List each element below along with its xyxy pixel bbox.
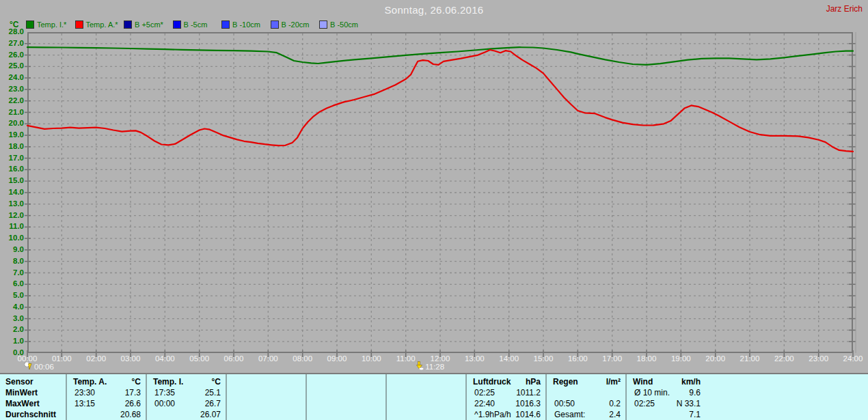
stats-cell-time: 02:25	[634, 398, 655, 409]
x-tick-label: 21:00	[734, 354, 765, 363]
stats-header-unit: km/h	[681, 376, 701, 387]
y-tick-label: 27.0	[0, 39, 24, 47]
legend-item-label: Temp. I.*	[37, 20, 66, 29]
x-tick-label: 05:00	[184, 354, 215, 363]
stats-column-header: Temp. A.°C	[67, 376, 146, 387]
stats-cell-value: 0.2	[609, 398, 621, 409]
legend-item-b-10cm[interactable]: B -10cm	[221, 20, 271, 29]
legend-item-temp-i[interactable]: Temp. I.*	[26, 20, 75, 29]
y-tick-label: 10.0	[0, 234, 24, 242]
stats-column-empty-2	[306, 374, 385, 420]
x-tick-label: 19:00	[665, 354, 696, 363]
y-tick-label: 12.0	[0, 211, 24, 219]
stats-column-header: Temp. I.°C	[147, 376, 226, 387]
stats-cell: 22:401016.3	[467, 398, 545, 409]
x-tick-label: 06:00	[218, 354, 249, 363]
y-tick-label: 25.0	[0, 61, 24, 70]
stats-cell: 20.68	[67, 409, 146, 420]
weather-app-window: Sonntag, 26.06.2016 Jarz Erich °C Temp. …	[0, 0, 868, 420]
legend-color-swatch-icon	[221, 20, 230, 29]
stats-header-name: Wind	[633, 376, 653, 387]
stats-cell	[227, 398, 306, 409]
legend-color-swatch-icon	[26, 20, 34, 29]
legend-item-label: B -5cm	[184, 20, 208, 29]
legend-item-b-5cm[interactable]: B +5cm*	[124, 20, 173, 29]
y-tick-label: 14.0	[0, 188, 24, 196]
stats-cell-value: 26.6	[125, 398, 141, 409]
stats-cell-value: 17.3	[125, 387, 141, 398]
stats-cell-value: 26.07	[200, 409, 221, 420]
time-marker: 11:28	[415, 361, 444, 372]
stats-column-empty-1	[226, 374, 306, 420]
legend-item-b-5cm[interactable]: B -5cm	[173, 20, 222, 29]
chart-plot-area[interactable]	[27, 32, 853, 353]
stats-cell-value: 9.6	[689, 387, 701, 398]
x-tick-label: 10:00	[355, 354, 387, 363]
stats-cell: Ø 10 min.9.6	[627, 387, 705, 398]
x-tick-label: 02:00	[81, 354, 112, 363]
stats-cell: 02:251011.2	[467, 387, 545, 398]
y-tick-label: 20.0	[0, 119, 24, 127]
x-tick-label: 18:00	[631, 354, 662, 363]
stats-cell: 00:500.2	[547, 398, 625, 409]
stats-cell-value: 1014.6	[515, 409, 541, 420]
stats-cell: 02:25N 33.1	[627, 398, 705, 409]
stats-cell-value: 7.1	[689, 409, 701, 420]
stats-cell-value: 1011.2	[516, 387, 541, 398]
legend-item-label: B -50cm	[330, 20, 358, 29]
stats-header-name: Temp. I.	[153, 376, 183, 387]
stats-filler	[705, 374, 868, 420]
stats-header-name: Temp. A.	[73, 376, 107, 387]
y-tick-label: 21.0	[0, 108, 24, 116]
y-tick-label: 24.0	[0, 73, 24, 81]
legend-color-swatch-icon	[173, 20, 181, 29]
y-tick-label: 7.0	[0, 268, 24, 277]
y-tick-label: 8.0	[0, 257, 24, 265]
x-tick-label: 20:00	[700, 354, 731, 363]
y-tick-label: 18.0	[0, 142, 24, 150]
stats-cell-value: 26.7	[205, 398, 221, 409]
y-tick-label: 26.0	[0, 51, 24, 59]
stats-cell-value: 25.1	[205, 387, 221, 398]
stats-row-label: MinWert	[5, 387, 66, 398]
y-tick-label: 13.0	[0, 199, 24, 208]
x-tick-label: 22:00	[768, 354, 800, 363]
y-tick-label: 19.0	[0, 130, 24, 139]
stats-column-regen: Regenl/m²00:500.2Gesamt:2.4	[545, 374, 625, 420]
legend-item-b-20cm[interactable]: B -20cm	[271, 20, 320, 29]
x-tick-label: 09:00	[321, 354, 353, 363]
legend-item-temp-a[interactable]: Temp. A.*	[75, 20, 124, 29]
legend-item-label: Temp. A.*	[86, 20, 118, 29]
stats-row-label: Durchschnitt	[5, 409, 66, 420]
stats-cell-time: 00:50	[554, 398, 575, 409]
time-marker-label: 00:06	[34, 363, 54, 371]
author-label: Jarz Erich	[826, 4, 863, 14]
stats-header-unit: l/m²	[606, 376, 621, 387]
stats-column-header: LuftdruckhPa	[467, 376, 545, 387]
stats-cell-time: ^1.9hPa/h	[474, 409, 511, 420]
stats-cell	[387, 398, 465, 409]
legend-color-swatch-icon	[271, 20, 279, 29]
stats-column-wind: Windkm/hØ 10 min.9.602:25N 33.17.1	[625, 374, 705, 420]
stats-cell-value: 20.68	[120, 409, 141, 420]
stats-header-unit: °C	[212, 376, 221, 387]
stats-cell-time: 23:30	[74, 387, 95, 398]
stats-column-luftdruck: LuftdruckhPa02:251011.222:401016.3^1.9hP…	[465, 374, 545, 420]
y-tick-label: 5.0	[0, 291, 24, 299]
stats-cell	[307, 398, 385, 409]
moon-lightning-icon	[24, 361, 33, 373]
x-tick-label: 07:00	[252, 354, 284, 363]
stats-column-empty-3	[385, 374, 465, 420]
x-tick-label: 03:00	[115, 354, 146, 363]
legend-item-label: B -10cm	[232, 20, 260, 29]
stats-column-header	[227, 376, 306, 387]
stats-cell	[307, 409, 385, 420]
y-tick-label: 23.0	[0, 85, 24, 93]
y-tick-label: 2.0	[0, 325, 24, 333]
x-tick-label: 15:00	[528, 354, 559, 363]
stats-cell-time: 17:35	[154, 387, 175, 398]
legend-item-b-50cm[interactable]: B -50cm	[319, 20, 368, 29]
stats-header-name: Regen	[553, 376, 578, 387]
stats-cell-time: 02:25	[474, 387, 495, 398]
y-tick-label: 6.0	[0, 279, 24, 288]
